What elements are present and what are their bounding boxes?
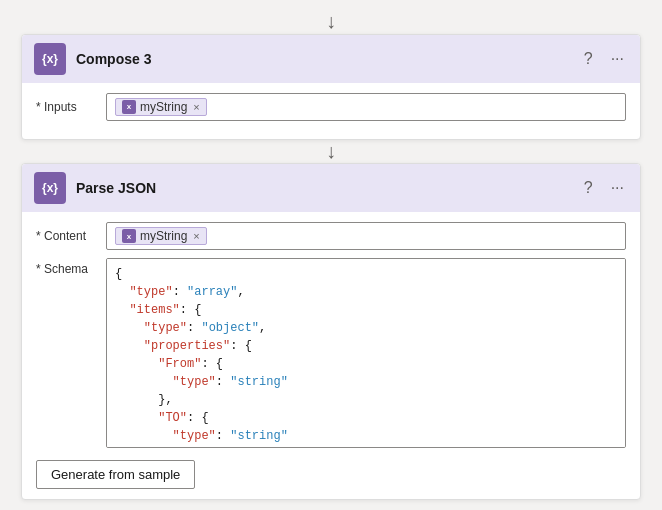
parse-json-more-button[interactable]: ··· xyxy=(607,177,628,199)
compose3-mystring-token: x myString × xyxy=(115,98,207,116)
middle-arrow: ↓ xyxy=(326,140,336,164)
compose3-token-text: myString xyxy=(140,100,187,114)
schema-line-7: }, xyxy=(115,391,617,409)
parse-json-token-close[interactable]: × xyxy=(193,230,199,242)
parse-json-schema-label: * Schema xyxy=(36,258,96,276)
parse-json-body: * Content x myString × * Schema { "type"… xyxy=(22,212,640,499)
schema-line-3: "type": "object", xyxy=(115,319,617,337)
parse-json-content-label: * Content xyxy=(36,229,96,243)
schema-line-8: "TO": { xyxy=(115,409,617,427)
parse-json-token-icon: x xyxy=(122,229,136,243)
parse-json-content-field[interactable]: x myString × xyxy=(106,222,626,250)
compose3-help-button[interactable]: ? xyxy=(580,48,597,70)
parse-json-icon: {x} xyxy=(34,172,66,204)
schema-line-4: "properties": { xyxy=(115,337,617,355)
compose3-icon: {x} xyxy=(34,43,66,75)
parse-json-content-row: * Content x myString × xyxy=(36,222,626,250)
schema-line-0: { xyxy=(115,265,617,283)
compose3-token-close[interactable]: × xyxy=(193,101,199,113)
schema-line-9: "type": "string" xyxy=(115,427,617,445)
parse-json-content-token: x myString × xyxy=(115,227,207,245)
top-arrow: ↓ xyxy=(326,10,336,34)
generate-from-sample-button[interactable]: Generate from sample xyxy=(36,460,195,489)
parse-json-card: {x} Parse JSON ? ··· * Content x myStri xyxy=(21,163,641,500)
compose3-more-button[interactable]: ··· xyxy=(607,48,628,70)
parse-json-actions: ? ··· xyxy=(580,177,628,199)
compose3-inputs-row: * Inputs x myString × xyxy=(36,93,626,121)
parse-json-token-text: myString xyxy=(140,229,187,243)
schema-line-2: "items": { xyxy=(115,301,617,319)
compose3-actions: ? ··· xyxy=(580,48,628,70)
compose3-inputs-field[interactable]: x myString × xyxy=(106,93,626,121)
schema-editor[interactable]: { "type": "array", "items": { "type": "o… xyxy=(106,258,626,448)
compose3-body: * Inputs x myString × xyxy=(22,83,640,139)
schema-line-6: "type": "string" xyxy=(115,373,617,391)
compose3-card: {x} Compose 3 ? ··· * Inputs x myString xyxy=(21,34,641,140)
parse-json-schema-row: * Schema { "type": "array", "items": { "… xyxy=(36,258,626,448)
compose3-title: Compose 3 xyxy=(76,51,570,67)
schema-line-5: "From": { xyxy=(115,355,617,373)
compose3-inputs-label: * Inputs xyxy=(36,100,96,114)
compose3-header: {x} Compose 3 ? ··· xyxy=(22,35,640,83)
schema-line-1: "type": "array", xyxy=(115,283,617,301)
parse-json-title: Parse JSON xyxy=(76,180,570,196)
parse-json-header: {x} Parse JSON ? ··· xyxy=(22,164,640,212)
parse-json-help-button[interactable]: ? xyxy=(580,177,597,199)
compose3-token-icon: x xyxy=(122,100,136,114)
